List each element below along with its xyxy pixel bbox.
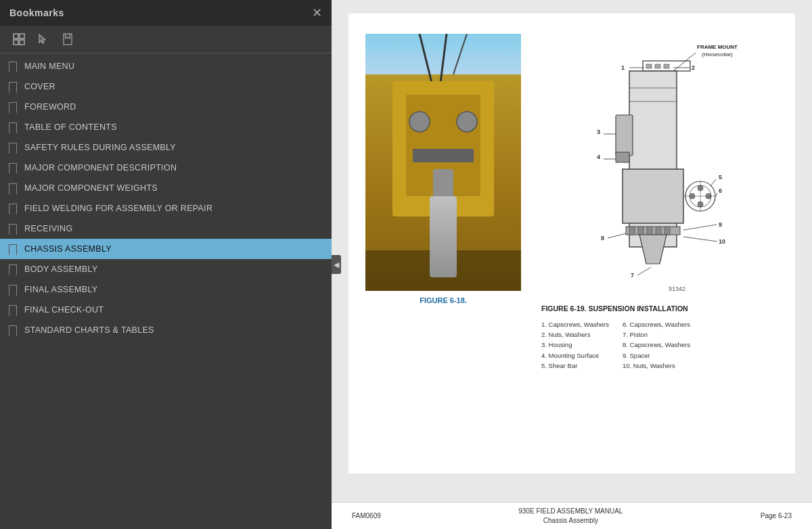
svg-text:FRAME MOUNT: FRAME MOUNT: [697, 44, 738, 50]
bookmark-ribbon-icon: [7, 60, 18, 72]
sidebar-item-final-checkout[interactable]: FINAL CHECK-OUT: [0, 300, 332, 320]
svg-rect-52: [647, 227, 652, 235]
svg-line-56: [683, 225, 717, 230]
svg-text:2: 2: [692, 64, 695, 71]
detail-8: 8. Capscrews, Washers: [623, 340, 690, 350]
bookmark-ribbon-icon: [7, 304, 18, 316]
detail-5: 5. Shear Bar: [541, 361, 609, 371]
sidebar-item-label: SAFETY RULES DURING ASSEMBLY: [24, 143, 176, 152]
sidebar-item-label: BODY ASSEMBLY: [24, 264, 97, 274]
sidebar-item-receiving[interactable]: RECEIVING: [0, 218, 332, 239]
footer-center-line2: Chassis Assembly: [518, 516, 623, 526]
svg-text:8: 8: [601, 235, 604, 242]
detail-6: 6. Capscrews, Washers: [623, 319, 690, 329]
sidebar-item-toc[interactable]: TABLE OF CONTENTS: [0, 117, 332, 137]
bookmark-ribbon-icon: [7, 202, 18, 214]
sidebar-item-standard-charts[interactable]: STANDARD CHARTS & TABLES: [0, 320, 332, 340]
detail-4: 4. Mounting Surface: [541, 350, 609, 361]
bookmark-ribbon-icon: [7, 121, 18, 133]
svg-rect-30: [616, 115, 633, 156]
svg-text:91342: 91342: [669, 285, 685, 292]
sidebar-item-label: COVER: [24, 82, 55, 91]
svg-text:7: 7: [631, 272, 634, 279]
toolbar: [0, 26, 332, 53]
footer-bar: FAM0609 930E FIELD ASSEMBLY MANUAL Chass…: [332, 502, 812, 529]
svg-rect-50: [629, 227, 635, 235]
bookmark-list: MAIN MENUCOVERFOREWORDTABLE OF CONTENTSS…: [0, 53, 332, 529]
detail-7: 7. Piston: [623, 329, 690, 340]
sidebar-item-label: MAJOR COMPONENT DESCRIPTION: [24, 163, 177, 172]
svg-text:5: 5: [719, 174, 722, 181]
cursor-icon-button[interactable]: [34, 31, 53, 47]
svg-line-6: [440, 34, 447, 88]
sidebar-item-foreword[interactable]: FOREWORD: [0, 97, 332, 117]
svg-point-13: [457, 112, 477, 132]
figures-row: FIGURE 6-18. FRAME MOUNT (Horsecollar): [369, 34, 775, 371]
bookmark-ribbon-icon: [7, 80, 18, 93]
diagram-svg: FRAME MOUNT (Horsecollar): [541, 34, 778, 300]
sidebar-item-chassis[interactable]: CHASSIS ASSEMBLY: [0, 239, 332, 259]
svg-point-12: [409, 112, 430, 132]
svg-line-5: [420, 34, 433, 88]
figure-photo: FIGURE 6-18.: [365, 34, 521, 304]
svg-rect-21: [655, 64, 660, 68]
sidebar: Bookmarks ✕ MAIN MENUCOVERFORE: [0, 0, 332, 529]
sidebar-item-body[interactable]: BODY ASSEMBLY: [0, 259, 332, 279]
svg-text:4: 4: [597, 154, 600, 160]
sidebar-title: Bookmarks: [9, 7, 64, 18]
close-button[interactable]: ✕: [312, 7, 322, 19]
svg-rect-53: [656, 227, 661, 235]
grid-icon-button[interactable]: [9, 31, 28, 47]
detail-9: 9. Spacer: [623, 350, 690, 361]
sidebar-item-safety[interactable]: SAFETY RULES DURING ASSEMBLY: [0, 137, 332, 158]
svg-line-60: [683, 237, 717, 242]
svg-rect-11: [433, 169, 453, 210]
sidebar-item-label: FOREWORD: [24, 102, 76, 112]
svg-rect-51: [638, 227, 644, 235]
svg-rect-4: [64, 34, 72, 45]
svg-rect-15: [365, 250, 521, 291]
svg-rect-20: [646, 64, 652, 68]
svg-line-48: [716, 193, 717, 196]
sidebar-item-final-assembly[interactable]: FINAL ASSEMBLY: [0, 279, 332, 300]
sidebar-item-field-welding[interactable]: FIELD WELDING FOR ASSEMBLY OR REPAIR: [0, 198, 332, 218]
footer-center: 930E FIELD ASSEMBLY MANUAL Chassis Assem…: [518, 507, 623, 526]
svg-text:10: 10: [719, 238, 725, 245]
sidebar-item-label: FINAL ASSEMBLY: [24, 285, 97, 294]
page-content: FIGURE 6-18. FRAME MOUNT (Horsecollar): [348, 14, 795, 474]
svg-text:1: 1: [621, 64, 625, 71]
bookmark-ribbon-icon: [7, 162, 18, 174]
sidebar-item-major-desc[interactable]: MAJOR COMPONENT DESCRIPTION: [0, 158, 332, 178]
sidebar-header: Bookmarks ✕: [0, 0, 332, 26]
detail-2: 2. Nuts, Washers: [541, 329, 609, 340]
bookmark-page-icon-button[interactable]: [58, 31, 77, 47]
bookmark-ribbon-icon: [7, 283, 18, 296]
bookmark-ribbon-icon: [7, 223, 18, 235]
svg-line-7: [453, 34, 467, 74]
svg-rect-2: [14, 40, 18, 45]
svg-rect-14: [413, 149, 474, 162]
footer-left: FAM0609: [352, 512, 381, 520]
collapse-arrow[interactable]: ◀: [332, 255, 341, 274]
page-area: FIGURE 6-18. FRAME MOUNT (Horsecollar): [332, 0, 812, 502]
svg-rect-10: [430, 196, 457, 264]
sidebar-item-label: CHASSIS ASSEMBLY: [24, 244, 112, 254]
footer-right: Page 6-23: [761, 512, 792, 520]
sidebar-item-major-weights[interactable]: MAJOR COMPONENT WEIGHTS: [0, 178, 332, 198]
svg-rect-22: [664, 64, 669, 68]
svg-rect-3: [20, 40, 24, 45]
svg-rect-54: [664, 227, 670, 235]
photo-caption: FIGURE 6-18.: [420, 296, 467, 304]
detail-1: 1. Capscrews, Washers: [541, 319, 609, 329]
svg-text:9: 9: [719, 221, 722, 228]
diagram-details: 1. Capscrews, Washers 6. Capscrews, Wash…: [541, 319, 690, 371]
sidebar-item-cover[interactable]: COVER: [0, 76, 332, 97]
svg-line-62: [637, 267, 651, 275]
svg-rect-0: [14, 34, 18, 39]
detail-10: 10. Nuts, Washers: [623, 361, 690, 371]
sidebar-item-main-menu[interactable]: MAIN MENU: [0, 56, 332, 76]
bookmark-ribbon-icon: [7, 243, 18, 255]
svg-text:(Horsecollar): (Horsecollar): [702, 51, 733, 58]
detail-3: 3. Housing: [541, 340, 609, 350]
sidebar-item-label: FIELD WELDING FOR ASSEMBLY OR REPAIR: [24, 204, 212, 213]
